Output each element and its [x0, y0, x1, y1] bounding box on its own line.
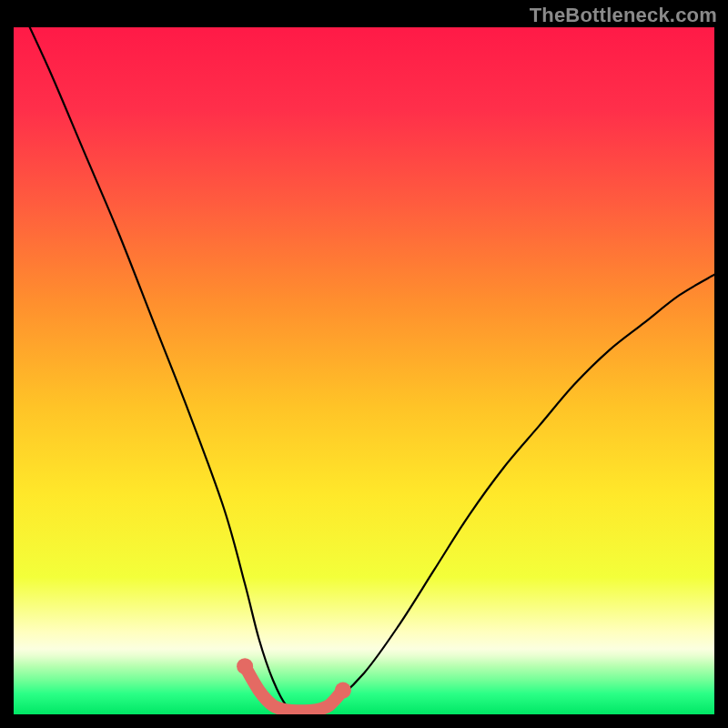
svg-point-1: [237, 658, 253, 674]
watermark-text: TheBottleneck.com: [530, 4, 717, 27]
chart-frame: TheBottleneck.com: [0, 0, 728, 728]
bottom-segment: [237, 658, 351, 711]
curve-layer: [14, 27, 714, 714]
plot-area: [14, 27, 714, 714]
svg-point-2: [335, 682, 351, 699]
bottleneck-curve: [14, 27, 714, 712]
